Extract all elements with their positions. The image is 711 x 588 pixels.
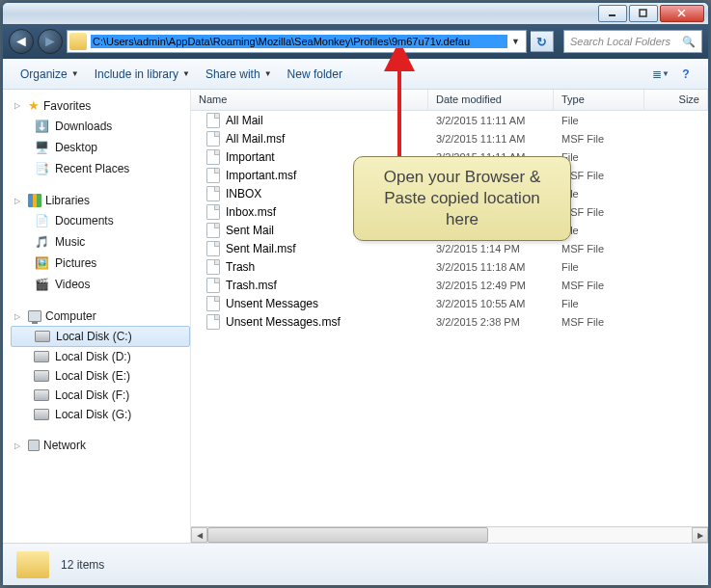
file-type: MSF File: [554, 316, 644, 328]
nav-pane[interactable]: ▷★Favorites ⬇️Downloads🖥️Desktop📑Recent …: [3, 90, 191, 543]
address-dropdown[interactable]: ▼: [507, 37, 524, 46]
new-folder-button[interactable]: New folder: [280, 64, 350, 85]
file-row[interactable]: Unsent Messages.msf 3/2/2015 2:38 PM MSF…: [191, 312, 708, 331]
help-button[interactable]: ?: [673, 63, 698, 86]
scroll-left-button[interactable]: ◀: [191, 527, 207, 543]
drive-icon: [34, 389, 49, 401]
file-name: Important.msf: [226, 169, 296, 182]
computer-section: ▷Computer Local Disk (C:)Local Disk (D:)…: [11, 307, 190, 424]
folder-icon: [69, 33, 87, 50]
column-date[interactable]: Date modified: [428, 90, 554, 110]
column-type[interactable]: Type: [554, 90, 644, 110]
explorer-window: ◄ ► C:\Users\admin\AppData\Roaming\Mozil…: [2, 2, 709, 586]
file-type: File: [554, 115, 644, 126]
back-button[interactable]: ◄: [9, 29, 34, 54]
libraries-header[interactable]: ▷Libraries: [11, 191, 190, 210]
file-type: File: [554, 298, 644, 309]
drive-icon: [34, 370, 49, 382]
forward-button[interactable]: ►: [38, 29, 63, 54]
scroll-thumb[interactable]: [207, 527, 488, 543]
file-icon: [206, 168, 220, 183]
file-icon: [206, 113, 220, 128]
close-button[interactable]: [660, 5, 704, 22]
file-date: 3/2/2015 1:14 PM: [428, 243, 554, 254]
sidebar-item-desktop[interactable]: 🖥️Desktop: [11, 137, 190, 158]
network-header[interactable]: ▷Network: [11, 436, 190, 455]
item-icon: ⬇️: [34, 119, 49, 134]
minimize-button[interactable]: [598, 5, 627, 22]
file-type: MSF File: [554, 243, 644, 254]
file-icon: [206, 278, 220, 293]
column-headers: Name Date modified Type Size: [191, 90, 708, 111]
search-placeholder: Search Local Folders: [570, 36, 670, 47]
file-icon: [206, 131, 220, 147]
file-row[interactable]: All Mail 3/2/2015 11:11 AM File: [191, 111, 708, 129]
address-bar[interactable]: C:\Users\admin\AppData\Roaming\Mozilla\S…: [67, 30, 527, 53]
include-library-menu[interactable]: Include in library▼: [87, 64, 198, 85]
sidebar-item-downloads[interactable]: ⬇️Downloads: [11, 116, 190, 137]
file-name: Inbox.msf: [226, 205, 276, 219]
file-type: MSF File: [554, 133, 644, 145]
sidebar-item-music[interactable]: 🎵Music: [11, 231, 190, 253]
sidebar-item-pictures[interactable]: 🖼️Pictures: [11, 253, 190, 274]
toolbar: Organize▼ Include in library▼ Share with…: [3, 59, 708, 90]
file-date: 3/2/2015 12:49 PM: [428, 280, 554, 291]
status-bar: 12 items: [3, 543, 708, 585]
file-icon: [206, 241, 220, 256]
view-options-button[interactable]: ≣ ▼: [648, 63, 673, 86]
file-icon: [206, 223, 220, 238]
file-row[interactable]: Trash.msf 3/2/2015 12:49 PM MSF File: [191, 276, 708, 294]
share-with-menu[interactable]: Share with▼: [198, 64, 280, 85]
sidebar-item-documents[interactable]: 📄Documents: [11, 210, 190, 231]
libraries-section: ▷Libraries 📄Documents🎵Music🖼️Pictures🎬Vi…: [11, 191, 190, 295]
file-row[interactable]: Trash 3/2/2015 11:18 AM File: [191, 257, 708, 276]
column-name[interactable]: Name: [191, 90, 428, 110]
file-icon: [206, 186, 220, 201]
drive-icon: [35, 331, 50, 342]
scroll-track[interactable]: [207, 527, 692, 543]
scroll-right-button[interactable]: ▶: [692, 527, 708, 543]
file-row[interactable]: All Mail.msf 3/2/2015 11:11 AM MSF File: [191, 129, 708, 147]
file-icon: [206, 296, 220, 311]
network-icon: [28, 440, 40, 451]
column-size[interactable]: Size: [644, 90, 708, 110]
sidebar-item-drive-g[interactable]: Local Disk (G:): [11, 405, 190, 424]
refresh-button[interactable]: ↻: [531, 31, 554, 52]
horizontal-scrollbar[interactable]: ◀ ▶: [191, 526, 708, 543]
file-name: All Mail.msf: [226, 132, 285, 146]
sidebar-item-drive-e[interactable]: Local Disk (E:): [11, 366, 190, 386]
item-icon: 📄: [34, 213, 49, 228]
sidebar-item-recent-places[interactable]: 📑Recent Places: [11, 158, 190, 179]
file-name: Sent Mail.msf: [226, 242, 296, 255]
drive-icon: [34, 351, 49, 362]
file-type: MSF File: [554, 280, 644, 291]
file-icon: [206, 259, 220, 275]
maximize-button[interactable]: [629, 5, 658, 22]
computer-header[interactable]: ▷Computer: [11, 307, 190, 326]
file-date: 3/2/2015 2:38 PM: [428, 316, 554, 328]
sidebar-item-drive-d[interactable]: Local Disk (D:): [11, 347, 190, 366]
svg-rect-1: [640, 10, 646, 16]
libraries-icon: [28, 194, 41, 207]
file-icon: [206, 204, 220, 220]
sidebar-item-drive-c[interactable]: Local Disk (C:): [11, 326, 190, 347]
address-text[interactable]: C:\Users\admin\AppData\Roaming\Mozilla\S…: [91, 35, 507, 48]
file-name: INBOX: [226, 187, 261, 200]
favorites-header[interactable]: ▷★Favorites: [11, 95, 190, 116]
file-name: All Mail: [226, 114, 263, 127]
favorites-section: ▷★Favorites ⬇️Downloads🖥️Desktop📑Recent …: [11, 95, 190, 179]
annotation-callout: Open your Browser & Paste copied locatio…: [353, 156, 571, 241]
computer-icon: [28, 310, 41, 322]
file-name: Trash: [226, 260, 255, 274]
file-date: 3/2/2015 11:11 AM: [428, 133, 554, 145]
file-row[interactable]: Unsent Messages 3/2/2015 10:55 AM File: [191, 294, 708, 312]
file-icon: [206, 149, 220, 165]
file-icon: [206, 314, 220, 330]
file-date: 3/2/2015 11:18 AM: [428, 261, 554, 273]
search-box[interactable]: Search Local Folders 🔍: [563, 30, 702, 53]
file-name: Unsent Messages: [226, 297, 318, 310]
file-row[interactable]: Sent Mail.msf 3/2/2015 1:14 PM MSF File: [191, 239, 708, 257]
sidebar-item-videos[interactable]: 🎬Videos: [11, 274, 190, 295]
organize-menu[interactable]: Organize▼: [13, 64, 87, 85]
sidebar-item-drive-f[interactable]: Local Disk (F:): [11, 386, 190, 405]
